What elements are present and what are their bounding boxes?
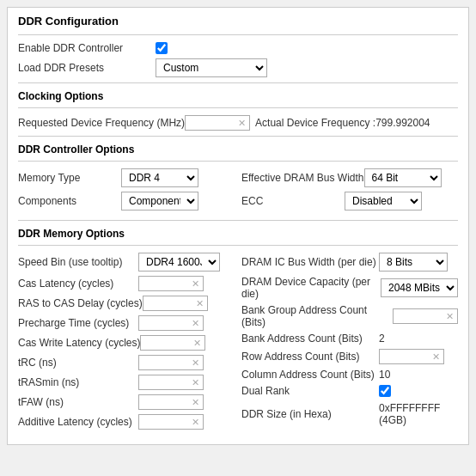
frequency-row: Requested Device Frequency (MHz) 800 ✕ A… (18, 115, 458, 131)
tRC-input-wrap: 47.5 ✕ (138, 355, 204, 370)
bank-group-address-label: Bank Group Address Count (Bits) (241, 304, 393, 328)
cas-latency-clear-icon[interactable]: ✕ (192, 278, 199, 290)
dram-device-capacity-row: DRAM Device Capacity (per die) 2048 MBit… (241, 276, 458, 300)
ecc-label: ECC (241, 195, 345, 207)
bank-group-address-clear-icon[interactable]: ✕ (446, 311, 454, 322)
dram-ic-bus-label: DRAM IC Bus Width (per die) (241, 256, 379, 268)
effective-dram-select[interactable]: 64 Bit (364, 168, 442, 187)
divider-memory (18, 220, 458, 221)
tRC-clear-icon[interactable]: ✕ (192, 357, 199, 369)
dram-device-capacity-select[interactable]: 2048 MBits (381, 278, 458, 297)
requested-freq-clear-icon[interactable]: ✕ (238, 118, 246, 129)
additive-latency-clear-icon[interactable]: ✕ (192, 417, 199, 428)
tRASmin-clear-icon[interactable]: ✕ (192, 377, 199, 388)
memory-options-cols: Speed Bin (use tooltip) DDR4 1600J Cas L… (18, 253, 458, 434)
bank-group-address-row: Bank Group Address Count (Bits) 2 ✕ (241, 304, 458, 328)
components-select[interactable]: Components (121, 192, 198, 211)
tRASmin-row: tRASmin (ns) 35 ✕ (18, 375, 235, 390)
ecc-select[interactable]: Disabled (345, 192, 422, 211)
column-address-row: Column Address Count (Bits) 10 (241, 369, 458, 381)
tFAW-input[interactable]: 35 (143, 396, 190, 408)
tFAW-input-wrap: 35 ✕ (138, 394, 204, 410)
dram-ic-bus-select[interactable]: 8 Bits (379, 253, 448, 272)
components-label: Components (18, 195, 121, 207)
dual-rank-checkbox-wrap (379, 385, 391, 397)
tFAW-row: tFAW (ns) 35 ✕ (18, 394, 235, 410)
divider-controller (18, 136, 458, 137)
speed-bin-label: Speed Bin (use tooltip) (18, 256, 138, 268)
precharge-time-label: Precharge Time (cycles) (18, 317, 138, 329)
bank-group-address-input-wrap: 2 ✕ (393, 308, 458, 324)
tFAW-label: tFAW (ns) (18, 396, 138, 408)
bank-address-value: 2 (379, 333, 385, 345)
tFAW-clear-icon[interactable]: ✕ (192, 397, 199, 408)
ecc-row: ECC Disabled (241, 192, 458, 211)
dual-rank-label: Dual Rank (241, 385, 379, 397)
ras-to-cas-row: RAS to CAS Delay (cycles) 10 ✕ (18, 296, 235, 311)
bank-address-row: Bank Address Count (Bits) 2 (241, 333, 458, 345)
ddr-size-label: DDR Size (in Hexa) (241, 408, 379, 420)
speed-bin-select[interactable]: DDR4 1600J (138, 253, 220, 272)
cas-latency-label: Cas Latency (cycles) (18, 278, 138, 290)
memory-type-row: Memory Type DDR 4 (18, 168, 235, 187)
precharge-time-clear-icon[interactable]: ✕ (192, 318, 199, 329)
divider-controller2 (18, 161, 458, 162)
cas-write-latency-row: Cas Write Latency (cycles) 9 ✕ (18, 335, 235, 351)
controller-right-col: Effective DRAM Bus Width 64 Bit ECC Disa… (241, 168, 458, 215)
memory-type-select[interactable]: DDR 4 (121, 168, 198, 187)
divider-clocking2 (18, 107, 458, 108)
tRASmin-input-wrap: 35 ✕ (138, 375, 204, 390)
speed-bin-row: Speed Bin (use tooltip) DDR4 1600J (18, 253, 235, 272)
tRC-input[interactable]: 47.5 (143, 357, 190, 369)
tRASmin-label: tRASmin (ns) (18, 376, 138, 388)
cas-latency-input[interactable]: 10 (143, 278, 190, 290)
additive-latency-row: Additive Latency (cycles) 0 ✕ (18, 414, 235, 430)
requested-freq-label: Requested Device Frequency (MHz) (18, 117, 185, 129)
requested-freq-input-wrap: 800 ✕ (185, 115, 250, 131)
effective-dram-row: Effective DRAM Bus Width 64 Bit (241, 168, 458, 187)
memory-left-col: Speed Bin (use tooltip) DDR4 1600J Cas L… (18, 253, 235, 434)
row-address-input[interactable]: 14 (383, 351, 430, 363)
panel-title: DDR Configuration (18, 15, 458, 27)
enable-ddr-checkbox-wrap (156, 42, 168, 54)
enable-ddr-label: Enable DDR Controller (18, 42, 156, 54)
row-address-row: Row Address Count (Bits) 14 ✕ (241, 349, 458, 364)
bank-group-address-input[interactable]: 2 (397, 310, 444, 322)
row-address-input-wrap: 14 ✕ (379, 349, 444, 364)
ddr-size-value: 0xFFFFFFFF (4GB) (379, 402, 458, 426)
tRASmin-input[interactable]: 35 (143, 376, 190, 388)
column-address-label: Column Address Count (Bits) (241, 369, 379, 381)
column-address-value: 10 (379, 369, 390, 381)
enable-ddr-row: Enable DDR Controller (18, 42, 458, 54)
actual-freq-label: Actual Device Frequency :799.992004 (255, 117, 430, 129)
row-address-clear-icon[interactable]: ✕ (432, 351, 440, 363)
cas-write-latency-clear-icon[interactable]: ✕ (193, 338, 201, 349)
dual-rank-checkbox[interactable] (379, 385, 391, 397)
ras-to-cas-input[interactable]: 10 (147, 297, 194, 309)
cas-write-latency-input[interactable]: 9 (144, 337, 192, 349)
divider-top (18, 34, 458, 35)
bank-address-label: Bank Address Count (Bits) (241, 333, 379, 345)
requested-freq-input[interactable]: 800 (189, 117, 236, 129)
memory-right-col: DRAM IC Bus Width (per die) 8 Bits DRAM … (241, 253, 458, 434)
cas-write-latency-input-wrap: 9 ✕ (140, 335, 205, 351)
divider-memory2 (18, 245, 458, 246)
tRC-row: tRC (ns) 47.5 ✕ (18, 355, 235, 370)
divider-clocking (18, 82, 458, 83)
cas-latency-input-wrap: 10 ✕ (138, 276, 204, 291)
precharge-time-row: Precharge Time (cycles) 10 ✕ (18, 315, 235, 331)
additive-latency-input[interactable]: 0 (143, 416, 190, 428)
controller-section-label: DDR Controller Options (18, 143, 458, 156)
ddr-size-row: DDR Size (in Hexa) 0xFFFFFFFF (4GB) (241, 402, 458, 426)
row-address-label: Row Address Count (Bits) (241, 351, 379, 363)
precharge-time-input-wrap: 10 ✕ (138, 315, 204, 331)
load-presets-label: Load DDR Presets (18, 62, 156, 74)
precharge-time-input[interactable]: 10 (143, 317, 190, 329)
controller-left-col: Memory Type DDR 4 Components Components (18, 168, 235, 215)
dual-rank-row: Dual Rank (241, 385, 458, 397)
enable-ddr-checkbox[interactable] (156, 42, 168, 54)
ras-to-cas-input-wrap: 10 ✕ (143, 296, 208, 311)
load-presets-select[interactable]: Custom (156, 58, 267, 77)
load-presets-row: Load DDR Presets Custom (18, 58, 458, 77)
ras-to-cas-clear-icon[interactable]: ✕ (196, 298, 204, 309)
